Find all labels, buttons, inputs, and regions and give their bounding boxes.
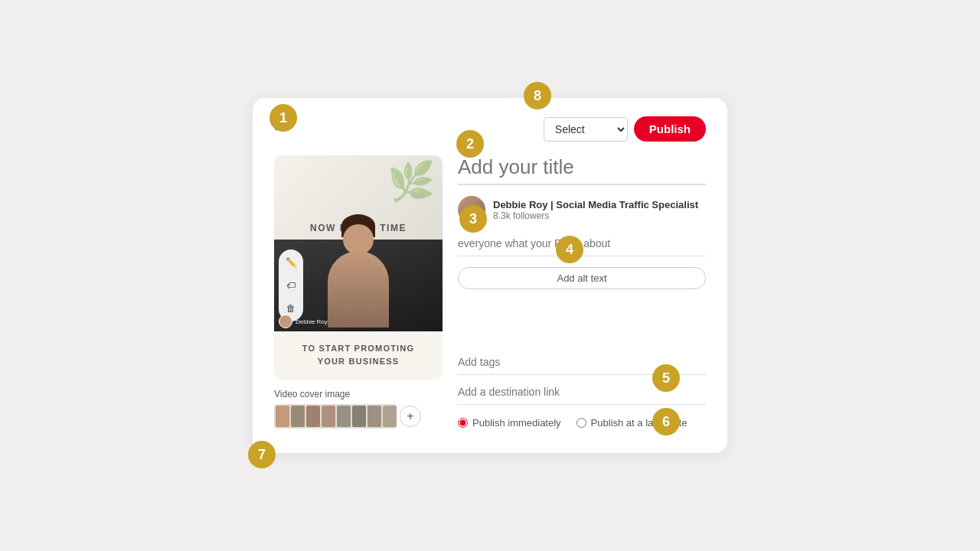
step-badge-5: 5 bbox=[652, 364, 680, 392]
publish-button[interactable]: Publish bbox=[634, 116, 706, 142]
step-badge-4: 4 bbox=[556, 236, 583, 263]
person-silhouette bbox=[328, 251, 389, 328]
film-frame bbox=[383, 406, 397, 427]
film-frame bbox=[306, 406, 320, 427]
film-frame bbox=[291, 406, 305, 427]
film-frame bbox=[368, 406, 381, 427]
user-followers: 8.3k followers bbox=[493, 210, 698, 221]
avatar-bar: Debbie Roy bbox=[279, 315, 328, 328]
person-head bbox=[343, 224, 374, 255]
video-card: 🌿 NOW IS THE TIME ✏️ 🏷 🗑 bbox=[274, 155, 443, 380]
film-frame bbox=[276, 406, 289, 427]
title-input[interactable] bbox=[458, 155, 706, 185]
step-badge-8: 8 bbox=[524, 82, 551, 109]
header-right: Select Board 1 Board 2 Publish bbox=[544, 116, 706, 142]
board-select[interactable]: Select Board 1 Board 2 bbox=[544, 117, 628, 142]
left-panel: 🌿 NOW IS THE TIME ✏️ 🏷 🗑 bbox=[274, 155, 443, 429]
film-frame bbox=[337, 406, 351, 427]
filmstrip[interactable] bbox=[274, 404, 397, 429]
step-badge-2: 2 bbox=[456, 130, 484, 158]
video-thumbnail: ✏️ 🏷 🗑 Debbie Roy bbox=[274, 240, 443, 331]
small-username: Debbie Roy bbox=[296, 318, 328, 325]
step-badge-3: 3 bbox=[459, 205, 487, 233]
video-cover-label: Video cover image bbox=[274, 389, 443, 399]
publish-immediately-radio[interactable] bbox=[458, 418, 468, 428]
promo-text-bg: TO START PROMOTING YOUR BUSINESS bbox=[274, 331, 443, 380]
alt-text-button[interactable]: Add alt text bbox=[458, 267, 706, 289]
filmstrip-row: + bbox=[274, 404, 443, 429]
tag-icon[interactable]: 🏷 bbox=[283, 277, 299, 294]
publish-immediately-label: Publish immediately bbox=[472, 417, 561, 429]
publish-later-radio[interactable] bbox=[577, 418, 586, 428]
step-badge-1: 1 bbox=[270, 104, 297, 132]
film-frame bbox=[352, 406, 366, 427]
add-cover-button[interactable]: + bbox=[400, 406, 421, 427]
leaf-decoration: 🌿 bbox=[387, 159, 435, 204]
small-avatar bbox=[279, 315, 292, 328]
video-overlay-icons: ✏️ 🏷 🗑 bbox=[279, 249, 303, 321]
user-info: Debbie Roy | Social Media Traffic Specia… bbox=[493, 199, 698, 221]
promo-text: TO START PROMOTING YOUR BUSINESS bbox=[282, 342, 435, 367]
body-row: 🌿 NOW IS THE TIME ✏️ 🏷 🗑 bbox=[274, 155, 706, 429]
film-frame bbox=[322, 406, 335, 427]
step-badge-7: 7 bbox=[248, 441, 276, 468]
edit-icon[interactable]: ✏️ bbox=[283, 254, 299, 271]
user-row: Debbie Roy | Social Media Traffic Specia… bbox=[458, 196, 706, 223]
user-name: Debbie Roy | Social Media Traffic Specia… bbox=[493, 199, 698, 210]
header-row: ··· Select Board 1 Board 2 Publish bbox=[274, 116, 706, 142]
publish-immediately-option[interactable]: Publish immediately bbox=[458, 417, 561, 429]
step-badge-6: 6 bbox=[652, 408, 680, 435]
main-card: ··· Select Board 1 Board 2 Publish 🌿 NOW… bbox=[253, 98, 727, 453]
